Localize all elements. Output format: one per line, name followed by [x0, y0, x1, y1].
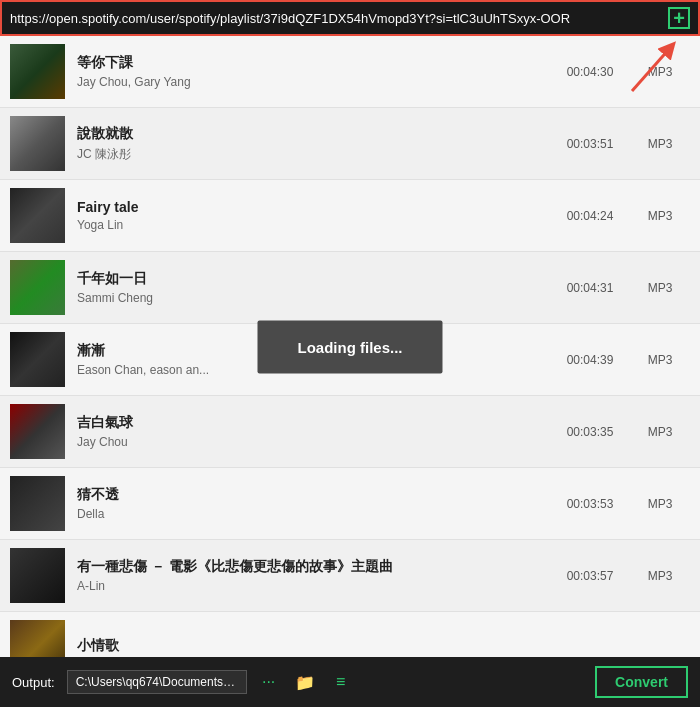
track-duration-7: 00:03:57 [550, 569, 630, 583]
track-row[interactable]: 小情歌 [0, 612, 700, 657]
output-label: Output: [12, 675, 55, 690]
track-artist-3: Sammi Cheng [77, 291, 550, 305]
add-url-button[interactable]: + [668, 7, 690, 29]
track-artist-4: Eason Chan, eason an... [77, 363, 550, 377]
track-artist-0: Jay Chou, Gary Yang [77, 75, 550, 89]
track-info-0: 等你下課 Jay Chou, Gary Yang [77, 54, 550, 89]
track-title-4: 漸漸 [77, 342, 550, 360]
track-thumb-5 [10, 404, 65, 459]
track-list: 等你下課 Jay Chou, Gary Yang 00:04:30 MP3 說散… [0, 36, 700, 657]
track-artist-1: JC 陳泳彤 [77, 146, 550, 163]
track-format-7: MP3 [630, 569, 690, 583]
track-duration-2: 00:04:24 [550, 209, 630, 223]
track-info-5: 吉白氣球 Jay Chou [77, 414, 550, 449]
track-row[interactable]: 吉白氣球 Jay Chou 00:03:35 MP3 [0, 396, 700, 468]
track-format-4: MP3 [630, 353, 690, 367]
track-thumb-3 [10, 260, 65, 315]
url-bar: + [0, 0, 700, 36]
track-thumb-2 [10, 188, 65, 243]
track-row[interactable]: Fairy tale Yoga Lin 00:04:24 MP3 [0, 180, 700, 252]
track-artist-6: Della [77, 507, 550, 521]
track-title-1: 說散就散 [77, 125, 550, 143]
track-duration-0: 00:04:30 [550, 65, 630, 79]
track-info-8: 小情歌 [77, 637, 550, 657]
track-title-7: 有一種悲傷 － 電影《比悲傷更悲傷的故事》主題曲 [77, 558, 550, 576]
track-duration-1: 00:03:51 [550, 137, 630, 151]
track-duration-4: 00:04:39 [550, 353, 630, 367]
track-info-6: 猜不透 Della [77, 486, 550, 521]
track-duration-5: 00:03:35 [550, 425, 630, 439]
track-format-5: MP3 [630, 425, 690, 439]
track-row[interactable]: 千年如一日 Sammi Cheng 00:04:31 MP3 [0, 252, 700, 324]
track-format-1: MP3 [630, 137, 690, 151]
track-format-2: MP3 [630, 209, 690, 223]
track-format-0: MP3 [630, 65, 690, 79]
track-duration-6: 00:03:53 [550, 497, 630, 511]
track-row[interactable]: 說散就散 JC 陳泳彤 00:03:51 MP3 [0, 108, 700, 180]
track-row[interactable]: 有一種悲傷 － 電影《比悲傷更悲傷的故事》主題曲 A-Lin 00:03:57 … [0, 540, 700, 612]
track-info-4: 漸漸 Eason Chan, eason an... [77, 342, 550, 377]
track-info-7: 有一種悲傷 － 電影《比悲傷更悲傷的故事》主題曲 A-Lin [77, 558, 550, 593]
track-thumb-4 [10, 332, 65, 387]
track-title-8: 小情歌 [77, 637, 550, 655]
track-artist-5: Jay Chou [77, 435, 550, 449]
track-title-2: Fairy tale [77, 199, 550, 215]
track-row[interactable]: 漸漸 Eason Chan, eason an... 00:04:39 MP3 [0, 324, 700, 396]
track-info-2: Fairy tale Yoga Lin [77, 199, 550, 232]
track-row[interactable]: 等你下課 Jay Chou, Gary Yang 00:04:30 MP3 [0, 36, 700, 108]
convert-button[interactable]: Convert [595, 666, 688, 698]
track-format-6: MP3 [630, 497, 690, 511]
track-title-3: 千年如一日 [77, 270, 550, 288]
track-artist-2: Yoga Lin [77, 218, 550, 232]
track-thumb-6 [10, 476, 65, 531]
dots-button[interactable]: ··· [255, 668, 283, 696]
track-info-3: 千年如一日 Sammi Cheng [77, 270, 550, 305]
track-title-0: 等你下課 [77, 54, 550, 72]
track-thumb-7 [10, 548, 65, 603]
track-title-5: 吉白氣球 [77, 414, 550, 432]
bottom-bar: Output: C:\Users\qq674\Documents\DRmare … [0, 657, 700, 707]
track-duration-3: 00:04:31 [550, 281, 630, 295]
list-button[interactable]: ≡ [327, 668, 355, 696]
track-thumb-8 [10, 620, 65, 657]
track-thumb-0 [10, 44, 65, 99]
track-artist-7: A-Lin [77, 579, 550, 593]
track-row[interactable]: 猜不透 Della 00:03:53 MP3 [0, 468, 700, 540]
track-title-6: 猜不透 [77, 486, 550, 504]
url-input[interactable] [10, 11, 660, 26]
output-path: C:\Users\qq674\Documents\DRmare Music [67, 670, 247, 694]
folder-button[interactable]: 📁 [291, 668, 319, 696]
track-info-1: 說散就散 JC 陳泳彤 [77, 125, 550, 163]
track-thumb-1 [10, 116, 65, 171]
track-format-3: MP3 [630, 281, 690, 295]
